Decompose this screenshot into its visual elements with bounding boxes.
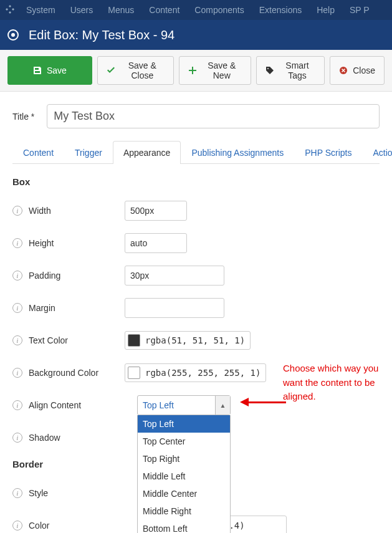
page-title-bar: Edit Box: My Test Box - 94 — [0, 20, 392, 50]
smart-tags-label: Smart Tags — [279, 60, 315, 80]
topbar-system[interactable]: System — [20, 5, 62, 15]
width-input[interactable] — [125, 201, 187, 221]
align-content-select[interactable]: Top Left ▲ — [137, 395, 231, 415]
topbar-content[interactable]: Content — [143, 5, 186, 15]
chevron-up-icon: ▲ — [215, 396, 230, 415]
info-icon[interactable]: i — [12, 400, 22, 410]
save-label: Save — [47, 65, 67, 75]
title-input[interactable] — [47, 104, 380, 128]
text-color-label: Text Color — [29, 335, 68, 345]
action-toolbar: Save Save & Close Save & New Smart Tags … — [0, 50, 392, 92]
align-option-middle-right[interactable]: Middle Right — [138, 502, 230, 520]
align-content-dropdown: Top Left Top Center Top Right Middle Lef… — [137, 415, 231, 533]
box-section: Box i Width i Height i Padding i Margin … — [0, 176, 392, 533]
smart-tags-button[interactable]: Smart Tags — [256, 56, 325, 85]
width-label: Width — [29, 206, 51, 216]
info-icon[interactable]: i — [12, 368, 22, 378]
align-content-row: i Align Content Top Left ▲ Top Left Top … — [12, 394, 380, 416]
topbar-extensions[interactable]: Extensions — [253, 5, 308, 15]
text-color-input[interactable]: rgba(51, 51, 51, 1) — [125, 331, 251, 350]
check-icon — [107, 66, 115, 75]
height-row: i Height — [12, 232, 380, 254]
info-icon[interactable]: i — [12, 271, 22, 281]
save-button[interactable]: Save — [7, 56, 92, 85]
border-color-label: Color — [29, 521, 49, 531]
topbar-spp[interactable]: SP P — [343, 5, 376, 15]
topbar-users[interactable]: Users — [64, 5, 100, 15]
plus-icon — [188, 66, 197, 75]
admin-topbar: System Users Menus Content Components Ex… — [0, 0, 392, 20]
align-option-top-right[interactable]: Top Right — [138, 450, 230, 468]
align-option-top-center[interactable]: Top Center — [138, 433, 230, 450]
page-title: Edit Box: My Test Box - 94 — [29, 28, 174, 42]
tabs: Content Trigger Appearance Publishing As… — [12, 141, 380, 164]
title-field-row: Title * — [12, 104, 380, 128]
margin-row: i Margin — [12, 297, 380, 319]
save-icon — [33, 66, 42, 75]
info-icon[interactable]: i — [12, 433, 22, 443]
tab-actions[interactable]: Actions — [362, 141, 392, 164]
save-new-button[interactable]: Save & New — [179, 56, 251, 85]
padding-row: i Padding — [12, 264, 380, 287]
align-option-middle-left[interactable]: Middle Left — [138, 468, 230, 485]
info-icon[interactable]: i — [12, 521, 22, 531]
tab-php-scripts[interactable]: PHP Scripts — [294, 141, 362, 164]
border-style-label: Style — [29, 488, 48, 498]
height-label: Height — [29, 238, 54, 248]
info-icon[interactable]: i — [12, 488, 22, 498]
tag-icon — [265, 66, 274, 75]
save-close-button[interactable]: Save & Close — [97, 56, 174, 85]
info-icon[interactable]: i — [12, 303, 22, 313]
topbar-menus[interactable]: Menus — [102, 5, 140, 15]
joomla-logo-icon — [5, 4, 15, 16]
tab-appearance[interactable]: Appearance — [113, 141, 181, 164]
bg-color-label: Background Color — [29, 368, 98, 378]
tab-trigger[interactable]: Trigger — [64, 141, 113, 164]
target-icon — [7, 29, 19, 41]
annotation-arrow — [240, 398, 286, 406]
padding-input[interactable] — [125, 266, 224, 286]
bg-color-swatch — [128, 367, 140, 379]
close-icon — [339, 66, 348, 75]
height-input[interactable] — [125, 233, 187, 253]
padding-label: Padding — [29, 271, 60, 281]
topbar-components[interactable]: Components — [188, 5, 250, 15]
close-button[interactable]: Close — [330, 56, 385, 85]
margin-label: Margin — [29, 303, 55, 313]
text-color-value: rgba(51, 51, 51, 1) — [145, 335, 245, 345]
align-content-selected: Top Left — [138, 396, 215, 415]
arrow-head-icon — [240, 398, 249, 406]
align-option-bottom-left[interactable]: Bottom Left — [138, 520, 230, 533]
info-icon[interactable]: i — [12, 238, 22, 248]
width-row: i Width — [12, 199, 380, 222]
box-section-header: Box — [12, 176, 380, 187]
info-icon[interactable]: i — [12, 335, 22, 345]
text-color-swatch — [128, 334, 140, 347]
topbar-help[interactable]: Help — [310, 5, 341, 15]
tab-publishing[interactable]: Publishing Assignments — [181, 141, 294, 164]
save-new-label: Save & New — [202, 60, 242, 80]
info-icon[interactable]: i — [12, 206, 22, 216]
text-color-row: i Text Color rgba(51, 51, 51, 1) — [12, 329, 380, 352]
arrow-line — [249, 401, 286, 403]
shadow-label: Shadow — [29, 433, 60, 443]
align-option-top-left[interactable]: Top Left — [138, 415, 230, 433]
margin-input[interactable] — [125, 298, 224, 318]
align-option-middle-center[interactable]: Middle Center — [138, 485, 230, 502]
title-label: Title * — [12, 112, 34, 122]
bg-color-value: rgba(255, 255, 255, 1) — [145, 368, 261, 378]
align-content-label: Align Content — [29, 400, 81, 410]
bg-color-input[interactable]: rgba(255, 255, 255, 1) — [125, 363, 266, 382]
save-close-label: Save & Close — [120, 60, 165, 80]
close-label: Close — [353, 65, 375, 75]
tab-content[interactable]: Content — [12, 141, 64, 164]
